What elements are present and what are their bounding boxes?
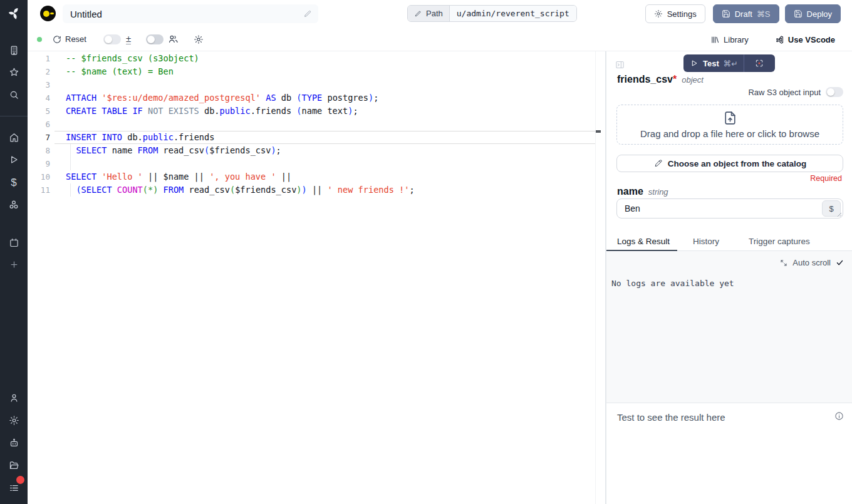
workspace-icon[interactable] xyxy=(0,43,28,58)
runs-icon[interactable] xyxy=(0,152,28,167)
path-value[interactable]: u/admin/reverent_script xyxy=(450,6,576,21)
vscode-icon xyxy=(775,35,784,44)
auto-scroll-label: Auto scroll xyxy=(792,258,831,267)
pipette-icon xyxy=(653,159,662,168)
code-line[interactable]: 2-- $name (text) = Ben xyxy=(28,65,605,78)
search-icon[interactable] xyxy=(0,87,28,102)
line-number: 7 xyxy=(28,131,50,144)
test-button-group[interactable]: Test ⌘↵ xyxy=(683,54,775,72)
name-input-wrap: $ xyxy=(616,198,843,219)
draft-label: Draft xyxy=(735,9,752,19)
code-text: SELECT name FROM read_csv($friends_csv); xyxy=(66,144,281,157)
arg-name: friends_csv xyxy=(617,74,673,85)
line-number: 10 xyxy=(28,170,50,183)
line-number: 6 xyxy=(28,118,50,131)
collapse-panel-icon[interactable] xyxy=(615,60,625,69)
draft-button[interactable]: Draft ⌘S xyxy=(713,4,779,23)
code-line[interactable]: 1-- $friends_csv (s3object) xyxy=(28,52,605,65)
catalog-button-label: Choose an object from the catalog xyxy=(668,159,806,168)
panel-tabs: Logs & Result History Trigger captures xyxy=(606,237,852,251)
use-vscode-label: Use VScode xyxy=(788,35,835,44)
code-line[interactable]: 7INSERT INTO db.public.friends xyxy=(28,131,605,144)
settings-button[interactable]: Settings xyxy=(645,4,705,23)
file-upload-icon xyxy=(722,110,738,126)
windmill-logo-icon[interactable] xyxy=(0,6,28,21)
script-title-input[interactable]: Untitled xyxy=(63,4,318,23)
test-label: Test xyxy=(703,59,719,68)
use-vscode-button[interactable]: Use VScode xyxy=(775,35,835,44)
tab-logs-result[interactable]: Logs & Result xyxy=(606,237,677,250)
code-text: CREATE TABLE IF NOT EXISTS db.public.fri… xyxy=(66,105,358,118)
collaborators-icon[interactable] xyxy=(168,34,179,44)
editor-settings-gear-icon[interactable] xyxy=(194,34,204,44)
dropzone-text: Drag and drop a file here or click to br… xyxy=(640,128,819,139)
line-number: 8 xyxy=(28,144,50,157)
code-line[interactable]: 6 xyxy=(28,118,605,131)
logs-panel: Auto scroll No logs are available yet xyxy=(606,251,852,403)
collab-toggle[interactable] xyxy=(146,34,164,44)
run-panel: Test ⌘↵ friends_csv* object Raw S3 objec… xyxy=(605,51,852,504)
code-line[interactable]: 11 (SELECT COUNT(*) FROM read_csv($frien… xyxy=(28,183,605,197)
tab-history[interactable]: History xyxy=(685,237,727,250)
save-icon xyxy=(794,9,803,18)
code-line[interactable]: 3 xyxy=(28,78,605,91)
capture-test-button[interactable] xyxy=(744,59,775,68)
diff-icon[interactable]: ± xyxy=(126,34,131,44)
schedules-calendar-icon[interactable] xyxy=(0,235,28,250)
edit-pencil-icon[interactable] xyxy=(303,9,312,18)
code-line[interactable]: 10SELECT 'Hello ' || $name || ', you hav… xyxy=(28,170,605,183)
notification-badge xyxy=(16,476,24,484)
draft-shortcut: ⌘S xyxy=(757,9,771,19)
raw-s3-toggle[interactable] xyxy=(826,87,843,97)
left-sidebar: $ xyxy=(0,0,28,504)
ai-robot-icon[interactable] xyxy=(0,435,28,450)
variables-icon[interactable]: $ xyxy=(0,175,28,190)
add-icon[interactable] xyxy=(0,257,28,272)
account-icon[interactable] xyxy=(0,390,28,405)
choose-object-catalog-button[interactable]: Choose an object from the catalog xyxy=(616,155,843,172)
required-star: * xyxy=(673,74,677,85)
code-text: ATTACH '$res:u/demo/amazed_postgresql' A… xyxy=(66,91,378,105)
sidebar-divider xyxy=(0,116,28,116)
resources-icon[interactable] xyxy=(0,197,28,212)
top-bar: Untitled Path u/admin/reverent_script Se… xyxy=(28,0,852,28)
reset-button[interactable]: Reset xyxy=(53,34,86,44)
code-text: (SELECT COUNT(*) FROM read_csv($friends_… xyxy=(66,183,415,197)
code-line[interactable]: 5CREATE TABLE IF NOT EXISTS db.public.fr… xyxy=(28,105,605,118)
check-icon xyxy=(836,259,844,267)
path-edit-button[interactable]: Path xyxy=(408,6,450,21)
raw-s3-row: Raw S3 object input xyxy=(748,87,843,97)
code-line[interactable]: 8 SELECT name FROM read_csv($friends_csv… xyxy=(28,144,605,157)
home-icon[interactable] xyxy=(0,130,28,145)
deploy-label: Deploy xyxy=(807,9,832,19)
path-editor[interactable]: Path u/admin/reverent_script xyxy=(407,5,577,22)
library-button[interactable]: Library xyxy=(710,35,749,44)
code-text: -- $name (text) = Ben xyxy=(66,65,174,78)
settings-gear-icon[interactable] xyxy=(0,413,28,428)
folders-icon[interactable] xyxy=(0,458,28,473)
library-label: Library xyxy=(724,35,749,44)
favorites-star-icon[interactable] xyxy=(0,64,28,80)
arg-type: string xyxy=(648,187,668,197)
line-number: 11 xyxy=(28,183,50,197)
tab-trigger-captures[interactable]: Trigger captures xyxy=(741,237,818,250)
auto-scroll-control[interactable]: Auto scroll xyxy=(780,258,844,267)
code-editor[interactable]: 1-- $friends_csv (s3object)2-- $name (te… xyxy=(28,51,605,504)
overview-cursor-marker xyxy=(596,130,601,133)
script-title: Untitled xyxy=(70,9,303,19)
line-number: 9 xyxy=(28,157,50,170)
argument-friends-csv: friends_csv* object xyxy=(617,74,704,85)
arg-type: object xyxy=(682,75,704,85)
file-dropzone[interactable]: Drag and drop a file here or click to br… xyxy=(616,105,843,145)
code-text: INSERT INTO db.public.friends xyxy=(66,131,214,144)
diff-mode-toggle[interactable] xyxy=(103,34,121,44)
deploy-button[interactable]: Deploy xyxy=(785,4,841,23)
raw-s3-label: Raw S3 object input xyxy=(748,88,821,97)
resize-handle-icon[interactable] xyxy=(837,212,842,217)
code-line[interactable]: 9 xyxy=(28,157,605,170)
code-line[interactable]: 4ATTACH '$res:u/demo/amazed_postgresql' … xyxy=(28,91,605,105)
audit-logs-icon[interactable] xyxy=(0,480,28,495)
info-icon[interactable] xyxy=(834,411,844,421)
overview-ruler xyxy=(595,51,596,504)
name-input[interactable] xyxy=(617,199,843,218)
